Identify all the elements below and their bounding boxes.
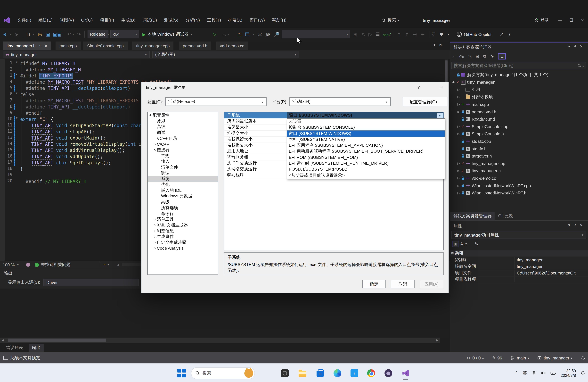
tab-list-dropdown-icon[interactable]: ▼ xyxy=(433,43,439,47)
dropdown-option[interactable]: 未设置 xyxy=(287,119,445,125)
expander-icon[interactable]: ▷ xyxy=(153,229,157,232)
editor-tab-parsec-vdd.h[interactable]: parsec-vdd.h xyxy=(179,42,211,50)
expander-icon[interactable]: ▷ xyxy=(457,184,461,187)
menu-item-gitg[interactable]: Git(G) xyxy=(78,15,96,25)
editor-tab-tiny_manager.cpp[interactable]: tiny_manager.cpp xyxy=(132,42,173,50)
fold-chevron-icon[interactable]: ▾ xyxy=(16,61,19,64)
outdent-icon[interactable]: ⇤ xyxy=(421,30,424,38)
start-without-debugging-icon[interactable]: ▷ xyxy=(213,30,217,38)
solution-tree-item[interactable]: ▷✓++SimpleConsole.cpp xyxy=(450,123,588,130)
dialog-tree-item-优化[interactable]: 优化 xyxy=(148,182,218,188)
property-row[interactable]: 项目文件C:\Users\90626\Documents\Git xyxy=(450,270,588,276)
fold-chevron-icon[interactable]: ▾ xyxy=(16,91,19,95)
dialog-tree-item-嵌入的 IDL[interactable]: 嵌入的 IDL xyxy=(148,188,218,193)
dialog-configuration-combobox[interactable]: 活动(Release)∨ xyxy=(165,97,267,106)
expander-icon[interactable]: ▷ xyxy=(457,132,461,136)
platform-combobox[interactable]: x64▾ xyxy=(110,30,139,38)
dialog-tree-item-常规[interactable]: 常规 xyxy=(148,118,218,124)
expander-icon[interactable]: ▶ xyxy=(153,148,157,152)
start-button[interactable] xyxy=(177,369,186,377)
dialog-tree-item-Windows 元数据[interactable]: Windows 元数据 xyxy=(148,193,218,199)
dialog-button-取消[interactable]: 取消 xyxy=(391,280,415,288)
spell-check-icon[interactable]: abc✓ xyxy=(383,30,392,38)
collapse-all-icon[interactable]: ⊟ xyxy=(476,54,479,59)
solution-tree-item[interactable]: htargetver.h xyxy=(450,152,588,160)
expander-icon[interactable]: ▷ xyxy=(457,162,461,165)
solution-tree-item[interactable]: ▶✓++tiny_manager xyxy=(450,79,588,86)
git-branch-indicator[interactable]: main▴ xyxy=(511,355,529,360)
new-file-icon[interactable]: 🗋 xyxy=(26,30,31,38)
wifi-icon[interactable] xyxy=(532,371,537,375)
properties-close-icon[interactable]: ✕ xyxy=(580,223,585,227)
dropdown-option[interactable]: 控制台 (/SUBSYSTEM:CONSOLE) xyxy=(287,125,445,131)
notifications-bell-icon[interactable] xyxy=(581,356,585,360)
panel-close-icon[interactable]: ✕ xyxy=(580,44,585,48)
taskbar-app-edge[interactable] xyxy=(333,369,342,378)
configuration-manager-button[interactable]: 配置管理器(O)... xyxy=(403,97,447,106)
menu-item-f[interactable]: 文件(F) xyxy=(14,15,35,25)
solution-tree-item[interactable]: 解决方案 'tiny_manager' (1 个项目, 共 1 个) xyxy=(450,71,588,78)
copy-icon[interactable]: ⧉ xyxy=(483,54,486,59)
hscroll-left-arrow-icon[interactable]: ◀ xyxy=(117,263,119,266)
bookmark-icon[interactable]: ⛉ xyxy=(432,30,435,38)
expander-icon[interactable]: ▷ xyxy=(457,110,461,113)
dropdown-option[interactable]: 窗口 (/SUBSYSTEM:WINDOWS) xyxy=(287,130,445,137)
menu-item-t[interactable]: 工具(T) xyxy=(204,15,225,25)
property-category-row[interactable]: ⊟杂项 xyxy=(450,250,588,256)
sync-with-active-document-icon[interactable]: ⇆ xyxy=(468,54,472,59)
git-repo-indicator[interactable]: tiny_manager▴ xyxy=(537,355,572,360)
alphabetical-sort-icon[interactable]: A↓Z xyxy=(460,241,467,246)
expander-icon[interactable]: ▷ xyxy=(153,224,157,227)
taskbar-search[interactable]: 搜索 xyxy=(191,367,255,379)
expander-icon[interactable]: ▷ xyxy=(457,169,461,172)
edit-icon[interactable]: ✎ xyxy=(361,30,365,38)
dropdown-option[interactable]: EFI 启动服务驱动程序 (/SUBSYSTEM:EFI_BOOT_SERVIC… xyxy=(287,149,445,155)
live-share-icon[interactable]: 🯅 xyxy=(508,30,511,38)
dialog-tree-item-命令行[interactable]: 命令行 xyxy=(148,211,218,216)
preview-selected-items-icon[interactable]: 🗕 xyxy=(498,53,506,59)
dropdown-option[interactable]: EFI ROM (/SUBSYSTEM:EFI_ROM) xyxy=(287,155,445,161)
tray-chevron-icon[interactable]: ⌃ xyxy=(515,371,518,376)
preview-window-icon[interactable]: 🗔 xyxy=(245,30,250,38)
expander-icon[interactable]: ▷ xyxy=(457,191,461,195)
expander-icon[interactable]: ▶ xyxy=(451,80,457,85)
switch-views-icon[interactable]: ⌂ xyxy=(453,54,455,59)
dialog-tree-item-调试[interactable]: 调试 xyxy=(148,130,218,135)
property-pages-wrench-icon[interactable]: 🔧︎ xyxy=(474,241,478,246)
solution-tree-item[interactable]: ++stdafx.cpp xyxy=(450,138,588,145)
dropdown-option[interactable]: 本机 (/SUBSYSTEM:NATIVE) xyxy=(287,137,445,143)
properties-wrench-icon[interactable]: 🔧︎ xyxy=(490,54,494,59)
expander-icon[interactable]: ▶ xyxy=(148,113,153,118)
dropdown-option[interactable]: <从父级或项目默认设置继承> xyxy=(287,172,445,178)
taskbar-app-visual-studio[interactable] xyxy=(401,369,410,378)
notification-bell-icon[interactable] xyxy=(581,371,585,376)
menu-item-s[interactable]: 测试(S) xyxy=(161,15,182,25)
dialog-tree-item-常规[interactable]: 常规 xyxy=(148,153,218,159)
back-dropdown-icon[interactable]: ▾ xyxy=(10,30,11,38)
dialog-tree-item-链接器[interactable]: ▶链接器 xyxy=(148,147,218,153)
solution-tree-item[interactable]: ▷hWlanHostedNetworkWinRT.h xyxy=(450,189,588,196)
open-folder-icon[interactable]: 🗁 xyxy=(38,30,42,38)
profile-icon[interactable]: ▷ xyxy=(368,30,372,38)
expander-icon[interactable]: ▷ xyxy=(457,177,461,180)
pending-edits-indicator[interactable]: ✎96 xyxy=(492,355,502,360)
panel-dropdown-icon[interactable]: ▼ xyxy=(567,44,574,48)
start-debugging-button[interactable]: ▶ 本地 Windows 调试器 ▾ xyxy=(142,30,192,38)
panel-tab-Git 更改[interactable]: Git 更改 xyxy=(495,212,516,220)
dialog-button-确定[interactable]: 确定 xyxy=(362,280,386,288)
taskbar-app-file-explorer[interactable] xyxy=(298,369,307,378)
clock[interactable]: 22:59 2024/8/8 xyxy=(561,368,576,378)
pin-tab-icon[interactable]: 🖈 xyxy=(38,44,42,48)
scope-combobox[interactable]: + +tiny_manager▾ xyxy=(3,51,150,58)
expander-icon[interactable]: ▷ xyxy=(153,247,157,250)
dialog-tree-item-XML 文档生成器[interactable]: ▷XML 文档生成器 xyxy=(148,222,218,228)
dropdown-option[interactable]: POSIX (/SUBSYSTEM:POSIX) xyxy=(287,167,445,172)
indent-icon[interactable]: ⇥ xyxy=(413,30,417,38)
panel-tab-解决方案资源管理器[interactable]: 解决方案资源管理器 xyxy=(450,212,495,220)
window-dropdown-icon[interactable]: ▾ xyxy=(253,30,254,38)
solution-tree-item[interactable]: ▷++vdd-demo.cc xyxy=(450,175,588,182)
restore-button[interactable]: ❐ xyxy=(566,18,577,22)
scroll-right-icon[interactable]: ▶ xyxy=(436,339,438,342)
properties-dropdown-icon[interactable]: ▼ xyxy=(567,223,574,227)
dialog-tree-item-输入[interactable]: 输入 xyxy=(148,159,218,164)
